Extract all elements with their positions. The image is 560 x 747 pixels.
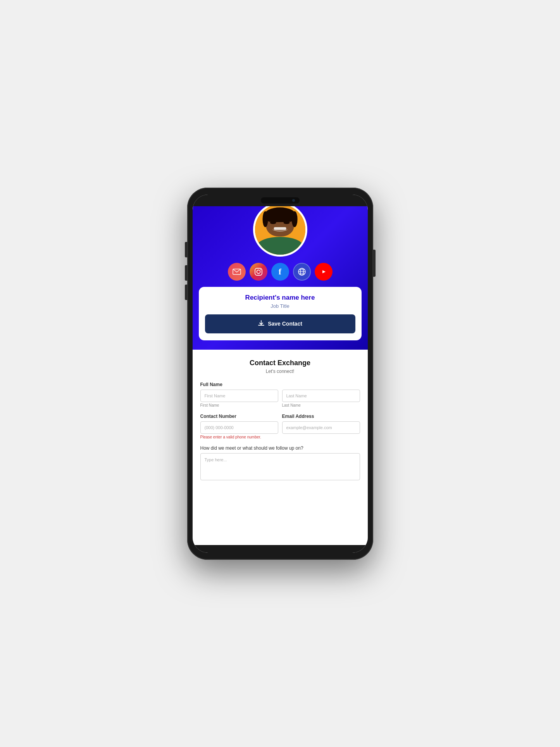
save-contact-icon [258, 320, 265, 328]
phone-screen: f [193, 195, 368, 553]
notch-pill [261, 197, 300, 204]
save-contact-label: Save Contact [268, 321, 302, 327]
first-name-sublabel: First Name [200, 403, 278, 407]
instagram-social-icon[interactable] [250, 263, 267, 281]
svg-point-3 [260, 269, 261, 270]
email-label: Email Address [282, 414, 360, 419]
first-name-field: First Name [200, 390, 278, 407]
name-row: First Name Last Name [200, 390, 360, 407]
followup-group: How did we meet or what should we follow… [200, 445, 360, 482]
save-contact-button[interactable]: Save Contact [205, 314, 355, 333]
email-field: Email Address [282, 414, 360, 439]
job-title: Job Title [205, 303, 355, 309]
email-social-icon[interactable] [228, 263, 246, 281]
screen-content: f [193, 206, 368, 545]
first-name-input[interactable] [200, 390, 278, 402]
phone-notch [193, 195, 368, 206]
contact-number-label: Contact Number [200, 414, 278, 419]
contact-exchange-section: Contact Exchange Let's connect! Full Nam… [193, 350, 368, 497]
phone-bottom-bar [193, 545, 368, 553]
contact-number-input[interactable] [200, 421, 278, 434]
contact-exchange-subtitle: Let's connect! [200, 369, 360, 374]
followup-textarea[interactable] [200, 453, 360, 480]
full-name-group: Full Name First Name Last Name [200, 382, 360, 407]
recipient-name: Recipient's name here [205, 294, 355, 302]
contact-email-group: Contact Number Please enter a valid phon… [200, 414, 360, 439]
contact-email-row: Contact Number Please enter a valid phon… [200, 414, 360, 439]
website-social-icon[interactable] [293, 263, 311, 281]
avatar-figure [255, 206, 305, 255]
contact-number-error: Please enter a valid phone number. [200, 435, 278, 439]
phone-device: f [187, 188, 373, 560]
facebook-social-icon[interactable]: f [271, 263, 289, 281]
contact-exchange-title: Contact Exchange [200, 359, 360, 367]
social-icons-row: f [228, 263, 333, 281]
hero-section: f [193, 206, 368, 350]
contact-number-field: Contact Number Please enter a valid phon… [200, 414, 278, 439]
avatar [253, 206, 307, 257]
last-name-input[interactable] [282, 390, 360, 402]
svg-point-2 [257, 270, 260, 273]
email-input[interactable] [282, 421, 360, 434]
info-card: Recipient's name here Job Title Save Con… [199, 287, 362, 340]
last-name-field: Last Name [282, 390, 360, 407]
youtube-social-icon[interactable] [315, 263, 333, 281]
followup-label: How did we meet or what should we follow… [200, 445, 360, 451]
full-name-label: Full Name [200, 382, 360, 387]
avatar-inner [255, 206, 305, 255]
last-name-sublabel: Last Name [282, 403, 360, 407]
